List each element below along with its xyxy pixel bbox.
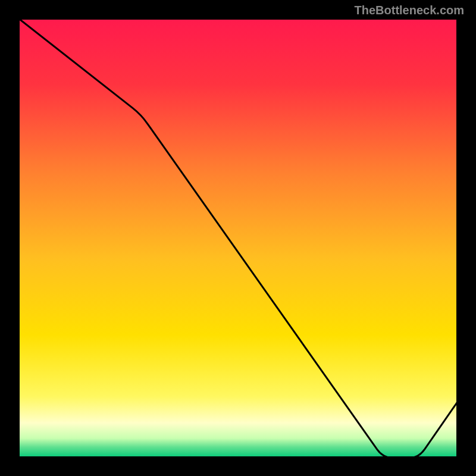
watermark-text: TheBottleneck.com (355, 4, 464, 17)
chart-background (18, 18, 458, 458)
chart-svg (18, 18, 458, 458)
bottleneck-chart (18, 18, 458, 458)
